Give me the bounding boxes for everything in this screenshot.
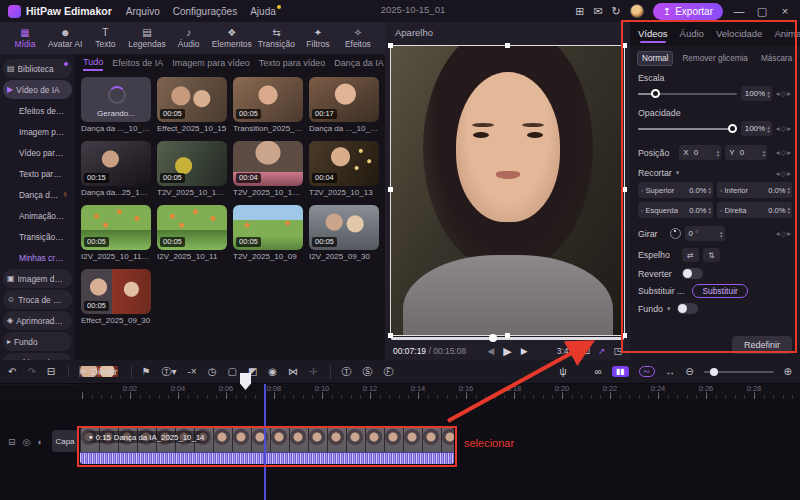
zoom-out-icon[interactable]: ⊖ (685, 366, 693, 377)
play-icon[interactable]: ▶ (503, 345, 511, 358)
rotate-dial[interactable] (670, 228, 681, 239)
cover-button[interactable]: Capa (52, 430, 78, 452)
crop-handle[interactable] (622, 187, 627, 192)
track-visibility-icon[interactable]: ◎ (23, 437, 31, 447)
next-frame-icon[interactable]: ▶ (521, 346, 528, 356)
media-item[interactable]: 00:05 Effect_2025_09_30 (81, 269, 151, 325)
text-style-icon[interactable]: Ⓣ▾ (162, 365, 177, 379)
aspect-ratio-select[interactable]: 3:4 ▾ (557, 346, 575, 356)
sidebar-item-animacao-de-ia[interactable]: Animação de IA (3, 206, 72, 225)
sidebar-item-danca-da-ia[interactable]: Dança da IA ♀ (3, 185, 72, 204)
crop-handle[interactable] (388, 187, 393, 192)
snapshot-icon[interactable]: ⊡ (582, 346, 590, 356)
sidebar-item-troca-de-rostos[interactable]: ☺ Troca de Rostos (3, 290, 72, 309)
fit-timeline-icon[interactable]: ↔ (665, 366, 675, 377)
magnetic-snap-icon[interactable]: ∾ (639, 366, 656, 377)
user-avatar[interactable] (630, 4, 644, 18)
inspector-subtab[interactable]: Normal (637, 51, 673, 66)
reset-button[interactable]: Redefinir (732, 336, 792, 354)
microphone-icon[interactable]: ψ (559, 366, 566, 377)
scale-keyframe-controls[interactable] (776, 89, 792, 98)
media-item[interactable]: 00:05 T2V_2025_10_13(5) (157, 141, 227, 197)
redo-icon[interactable]: ↷ (27, 366, 35, 377)
crop-field[interactable]: Superior 0.0% (638, 182, 713, 198)
menu-arquivo[interactable]: Arquivo (126, 6, 160, 17)
playhead[interactable] (264, 384, 266, 500)
track-mute-icon[interactable]: ◐ (37, 437, 42, 447)
maximize-button[interactable]: ▢ (755, 5, 769, 18)
menu-ajuda[interactable]: Ajuda (250, 6, 276, 17)
seekbar-knob[interactable] (489, 334, 497, 342)
flip-vertical-icon[interactable]: ⇅ (703, 248, 720, 262)
preview-video[interactable] (390, 45, 625, 336)
ribbon-item-elementos[interactable]: ❖ Elementos (210, 27, 254, 50)
ribbon-item-avatar-ai[interactable]: ☻ Avatar AI (46, 27, 84, 50)
position-y-stepper[interactable]: Y0 (725, 145, 767, 160)
media-item[interactable]: 00:05 Transition_2025_10_14 (233, 77, 303, 133)
media-tab[interactable]: Imagem para vídeo (172, 58, 250, 70)
media-tab[interactable]: Tudo (83, 57, 103, 71)
sticker-icon[interactable]: Ⓢ (362, 365, 372, 379)
reverse-toggle[interactable] (682, 268, 703, 279)
ribbon-item-legendas[interactable]: ▤ Legendas (126, 27, 167, 50)
position-icon[interactable]: ✛ (309, 366, 317, 377)
media-item[interactable]: 00:04 T2V_2025_10_13(1) (233, 141, 303, 197)
menu-configuracoes[interactable]: Configurações (173, 6, 237, 17)
media-item[interactable]: 00:05 I2V_2025_09_30 (309, 205, 379, 261)
media-tab[interactable]: Dança da IA (334, 58, 384, 70)
ribbon-item-filtros[interactable]: ✦ Filtros (299, 27, 337, 50)
link-icon[interactable]: ∞ (595, 366, 602, 377)
previous-frame-icon[interactable]: ◀ (487, 346, 494, 356)
track-delete-icon[interactable]: ⊟ (8, 437, 16, 447)
caption-icon[interactable]: Ⓣ (341, 365, 351, 379)
timeline-clip[interactable]: ● 0:15 Dança da IA_2025_10_14 (80, 428, 454, 464)
ribbon-item-audio[interactable]: ♪ Áudio (170, 27, 208, 50)
sidebar-item-fundo[interactable]: ▸ Fundo (3, 332, 72, 351)
inspector-subtab[interactable]: Remover glicemia (678, 52, 752, 65)
crop-handle[interactable] (622, 333, 627, 338)
send-to-timeline-icon[interactable]: ↗ (598, 346, 606, 356)
split-button[interactable]: ✂ Dividir (79, 366, 117, 377)
timeline-zoom-slider[interactable] (704, 371, 774, 373)
fullscreen-icon[interactable]: ◳ (613, 346, 622, 356)
crop-handle[interactable] (388, 43, 393, 48)
crop-handle[interactable] (505, 333, 510, 338)
replace-button[interactable]: Substituir (692, 284, 747, 298)
sidebar-item-aprimorador[interactable]: ◈ Aprimorador d... (3, 311, 72, 330)
crop-field[interactable]: Direita 0.0% (717, 202, 792, 218)
position-x-stepper[interactable]: X0 (679, 145, 721, 160)
media-item[interactable]: Gerando... Dança da ..._10_15(1) (81, 77, 151, 133)
marker-icon[interactable]: ⚑ (142, 366, 151, 377)
media-item[interactable]: 00:05 I2V_2025_10_11(1) (81, 205, 151, 261)
timeline-ruler[interactable]: 0:020:040:060:080:100:120:140:160:180:20… (82, 384, 800, 399)
opacity-keyframe-controls[interactable] (776, 124, 792, 133)
sidebar-item-imagem-de-ia[interactable]: ▣ Imagem de IA (3, 269, 72, 288)
background-label[interactable]: Fundo (638, 304, 663, 314)
media-item[interactable]: 00:17 Dança da ..._10_14(1) (309, 77, 379, 133)
delete-icon[interactable]: ⊟ (47, 366, 55, 377)
position-keyframe-controls[interactable] (776, 148, 792, 157)
ribbon-item-midia[interactable]: ▦ Mídia (6, 27, 44, 50)
sidebar-item-imagem-para[interactable]: Imagem para... (3, 122, 72, 141)
speed-icon[interactable]: ◷ (208, 366, 217, 377)
rotate-keyframe-controls[interactable] (776, 229, 792, 238)
media-item[interactable]: 00:04 T2V_2025_10_13 (309, 141, 379, 197)
minimize-button[interactable]: — (732, 5, 746, 17)
crop-handle[interactable] (505, 43, 510, 48)
inspector-tab[interactable]: Vídeos (638, 28, 668, 42)
media-item[interactable]: 00:05 I2V_2025_10_11 (157, 205, 227, 261)
crop-icon[interactable]: ▢ (227, 366, 236, 377)
crop-field[interactable]: Esquerda 0.0% (638, 202, 713, 218)
ribbon-item-transicao[interactable]: ⇆ Transição (256, 27, 297, 50)
flip-horizontal-icon[interactable]: ⇄ (682, 248, 699, 262)
undo-icon[interactable]: ↶ (8, 366, 16, 377)
rotate-stepper[interactable]: 0° (685, 226, 725, 241)
crop-field[interactable]: Inferior 0.0% (717, 182, 792, 198)
ribbon-item-texto[interactable]: T Texto (86, 27, 124, 50)
inspector-tab[interactable]: Velocidade (716, 28, 762, 42)
remove-effect-icon[interactable]: -× (188, 366, 197, 377)
inspector-tab[interactable]: Animação (774, 28, 800, 42)
inspector-tab[interactable]: Áudio (680, 28, 704, 42)
opacity-slider[interactable] (638, 128, 737, 130)
export-button[interactable]: ↥ Exportar (653, 3, 723, 20)
